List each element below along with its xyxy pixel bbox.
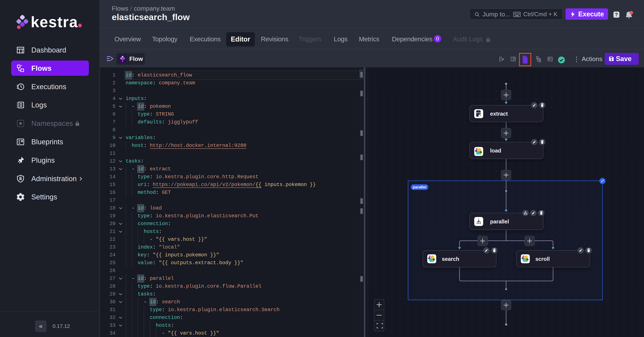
svg-text:kestra: kestra <box>31 15 78 30</box>
svg-text:parallel: parallel <box>490 219 509 225</box>
svg-text:scroll: scroll <box>535 256 550 262</box>
svg-text:search: search <box>442 256 459 262</box>
svg-text:parallel: parallel <box>412 185 426 189</box>
svg-text:load: load <box>490 148 501 154</box>
svg-text:extract: extract <box>490 111 508 117</box>
